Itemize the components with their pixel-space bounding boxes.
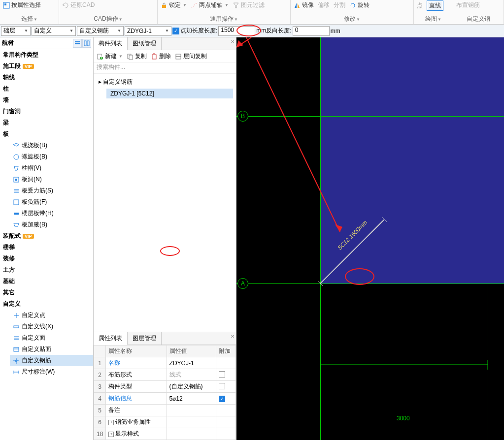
restore-cad[interactable]: 还原CAD — [62, 1, 95, 9]
length-value: 1500 — [221, 27, 234, 33]
component-tree: ▸ 自定义钢筋 ZDYGJ-1 [5C12] — [94, 74, 236, 332]
nav-custom[interactable]: 自定义 — [0, 298, 93, 310]
nav-custom-rebar[interactable]: 自定义钢筋 — [10, 355, 93, 366]
component-combo[interactable]: ZDYGJ-1▼ — [125, 26, 171, 36]
by-property-label: 按属性选择 — [11, 1, 41, 9]
nav-custom-point[interactable]: 自定义点 — [10, 310, 93, 321]
dim-3000-text: 3000 — [397, 414, 410, 422]
nav-assembly[interactable]: 装配式 VIP — [0, 230, 93, 242]
length-input[interactable]: 1500 — [218, 26, 255, 36]
custom-paste-icon — [13, 346, 20, 353]
offset-button[interactable]: 偏移 — [318, 1, 330, 9]
ribbon: 按属性选择 选择▼ 还原CAD CAD操作▼ 锁定▼ 两点辅轴▼ — [0, 0, 504, 25]
nav-column[interactable]: 柱 — [0, 83, 93, 94]
nav-slab-rebar[interactable]: 板受力筋(S) — [10, 185, 93, 196]
new-button[interactable]: +新建▼ — [97, 52, 123, 61]
svg-rect-7 — [87, 41, 89, 46]
lock-button[interactable]: 锁定▼ — [161, 1, 187, 9]
nav-custom-face[interactable]: 自定义面 — [10, 332, 93, 344]
copy-button[interactable]: 复制 — [127, 52, 147, 61]
length-label: 点加长度长度: — [180, 27, 217, 35]
filter-button[interactable]: 图元过滤 — [233, 1, 265, 9]
nav-slab-hole[interactable]: 板洞(N) — [10, 174, 93, 185]
drawing-canvas[interactable]: B A 5C12 1500mm 3000 — [236, 37, 504, 440]
reverse-label: mm反向长度: — [256, 27, 291, 35]
delete-icon — [151, 53, 158, 60]
reverse-input[interactable]: 0 — [293, 26, 330, 36]
svg-rect-37 — [176, 57, 181, 59]
category-combo[interactable]: 自定义▼ — [32, 26, 76, 36]
property-table: 属性名称属性值附加 1名称ZDYGJ-1 2布筋形式线式 3构件类型(自定义钢筋… — [94, 345, 236, 440]
restore-cad-icon — [62, 2, 69, 9]
type-value: 自定义钢筋 — [79, 27, 109, 35]
close-tabs-icon[interactable]: ✕ — [231, 39, 235, 44]
custom-rebar-group-label: 自定义钢 — [467, 15, 490, 22]
secondary-toolbar: 础层▼ 自定义▼ 自定义钢筋▼ ZDYGJ-1▼ ✓ 点加长度长度: 1500 … — [0, 25, 504, 37]
nav-slab[interactable]: 板 — [0, 128, 93, 140]
line-button[interactable]: 直线 — [427, 0, 443, 11]
nav-custom-line[interactable]: 自定义线(X) — [10, 321, 93, 332]
length-checkbox[interactable]: ✓ — [172, 28, 179, 34]
delete-button[interactable]: 删除 — [151, 52, 171, 61]
nav-cast-slab[interactable]: 现浇板(B) — [10, 140, 93, 151]
nav-column-cap[interactable]: 柱帽(V) — [10, 162, 93, 174]
svg-rect-6 — [84, 41, 86, 46]
tab-prop-list[interactable]: 属性列表 — [94, 332, 128, 345]
select-group-label: 选择 — [21, 15, 33, 22]
type-combo[interactable]: 自定义钢筋▼ — [77, 26, 124, 36]
line-label: 直线 — [429, 1, 441, 10]
rotate-button[interactable]: 旋转 — [349, 1, 370, 9]
mm-label: mm — [331, 28, 340, 34]
tab-component-list[interactable]: 构件列表 — [94, 37, 128, 50]
tree-parent[interactable]: ▸ 自定义钢筋 — [97, 77, 233, 87]
prop-row-1[interactable]: 1名称ZDYGJ-1 — [94, 357, 236, 369]
mirror-button[interactable]: 镜像 — [294, 1, 314, 9]
place-rebar-label: 布置钢筋 — [456, 1, 480, 9]
mid-tabs: 构件列表 图纸管理 — [94, 37, 236, 50]
tab-drawing-mgmt[interactable]: 图纸管理 — [128, 37, 162, 50]
floor-combo[interactable]: 础层▼ — [1, 26, 31, 36]
nav-wall[interactable]: 墙 — [0, 94, 93, 106]
property-panel: 属性列表 图层管理 ✕ 属性名称属性值附加 1名称ZDYGJ-1 2布筋形式线式… — [94, 332, 236, 440]
nav-slab-neg[interactable]: 板负筋(F) — [10, 196, 93, 208]
nav-custom-paste[interactable]: 自定义贴面 — [10, 344, 93, 355]
nav-floor-band[interactable]: 楼层板带(H) — [10, 208, 93, 219]
nav-common[interactable]: 常用构件类型 — [0, 49, 93, 61]
by-property-select[interactable]: 按属性选择 — [3, 1, 41, 9]
point-button[interactable]: 点 — [417, 1, 423, 10]
lock-icon — [161, 2, 168, 9]
prop-row-5[interactable]: 5备注 — [94, 405, 236, 416]
nav-tool-2[interactable] — [82, 39, 91, 48]
close-prop-icon[interactable]: ✕ — [231, 334, 235, 339]
floor-copy-button[interactable]: 层间复制 — [175, 52, 207, 61]
nav-axis[interactable]: 轴线 — [0, 72, 93, 83]
mid-toolbar: +新建▼ 复制 删除 层间复制 — [94, 50, 236, 63]
nav-other[interactable]: 其它 — [0, 287, 93, 298]
prop-row-3[interactable]: 3构件类型(自定义钢筋) — [94, 381, 236, 393]
prop-row-18[interactable]: 18+显示样式 — [94, 428, 236, 440]
nav-decoration[interactable]: 装修 — [0, 253, 93, 264]
nav-tool-1[interactable] — [73, 39, 82, 48]
category-value: 自定义 — [34, 27, 52, 35]
nav-beam[interactable]: 梁 — [0, 117, 93, 128]
svg-rect-15 — [14, 213, 19, 215]
prop-row-6[interactable]: 6+钢筋业务属性 — [94, 416, 236, 428]
search-input[interactable]: 搜索构件... — [94, 63, 236, 74]
slab-icon — [13, 142, 20, 149]
nav-haunch[interactable]: 板加腋(B) — [10, 219, 93, 230]
tab-layer-mgmt[interactable]: 图层管理 — [128, 332, 162, 345]
prop-row-2[interactable]: 2布筋形式线式 — [94, 369, 236, 381]
place-rebar[interactable]: 布置钢筋 — [456, 1, 480, 9]
nav-spiral-slab[interactable]: 螺旋板(B) — [10, 151, 93, 162]
nav-earthwork[interactable]: 土方 — [0, 264, 93, 276]
nav-stair[interactable]: 楼梯 — [0, 242, 93, 253]
reverse-value: 0 — [295, 27, 299, 33]
split-button[interactable]: 分割 — [334, 1, 345, 9]
prop-row-4[interactable]: 4钢筋信息5⌀12✓ — [94, 393, 236, 405]
nav-dimension[interactable]: 尺寸标注(W) — [10, 366, 93, 377]
nav-construction[interactable]: 施工段 VIP — [0, 61, 93, 72]
nav-door-window[interactable]: 门窗洞 — [0, 106, 93, 117]
two-axis-button[interactable]: 两点辅轴▼ — [191, 1, 229, 9]
tree-child[interactable]: ZDYGJ-1 [5C12] — [106, 89, 233, 98]
nav-foundation[interactable]: 基础 — [0, 276, 93, 287]
